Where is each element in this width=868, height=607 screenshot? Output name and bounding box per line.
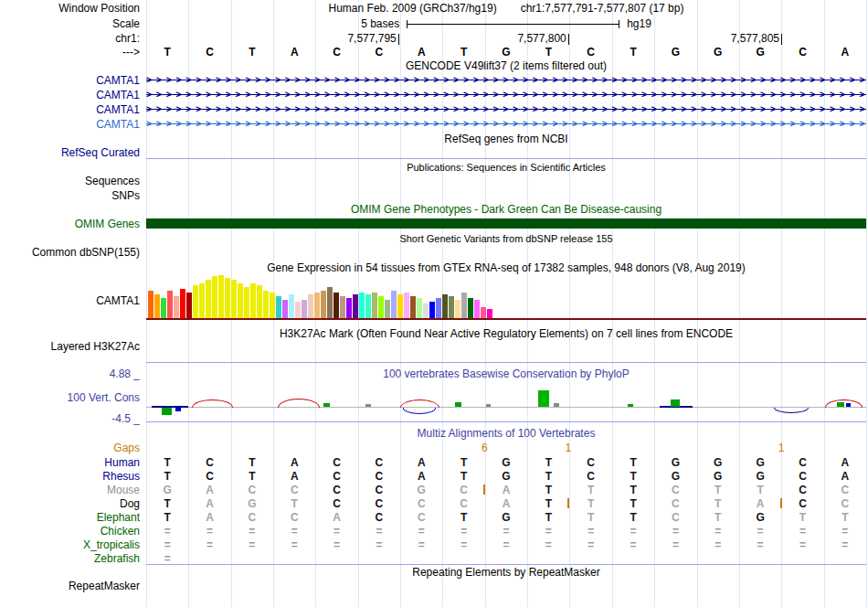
h3k27ac-track-title: H3K27Ac Mark (Often Found Near Active Re…	[146, 327, 866, 340]
gtex-tissue-bar	[308, 294, 313, 318]
transcript-exon-line[interactable]: >>>>>>>>>>>>>>>>>>>>>>>>>>>>>>>>>>>>>>>>…	[146, 103, 866, 115]
aligned-base: =	[315, 538, 357, 551]
gtex-tissue-bar	[455, 300, 460, 318]
aligned-base: =	[231, 525, 273, 538]
phylop-mark	[486, 404, 492, 407]
gtex-gene-label[interactable]: CAMTA1	[0, 294, 140, 307]
gtex-tissue-bar	[449, 296, 454, 318]
snps-label[interactable]: SNPs	[0, 189, 140, 202]
aligned-base: C	[315, 470, 357, 483]
species-label-chicken[interactable]: Chicken	[0, 525, 140, 538]
gencode-track-title: GENCODE V49lift37 (2 items filtered out)	[146, 60, 866, 72]
sequence-base: A	[273, 46, 315, 59]
gene-label-camta1[interactable]: CAMTA1	[0, 103, 140, 116]
transcript-exon-line[interactable]: >>>>>>>>>>>>>>>>>>>>>>>>>>>>>>>>>>>>>>>>…	[146, 74, 866, 86]
gtex-tissue-bar	[353, 294, 358, 318]
gaps-track[interactable]: 611	[146, 442, 866, 454]
species-row: Chicken=================	[0, 525, 868, 538]
aligned-base: T	[612, 484, 654, 496]
gene-label-camta1[interactable]: CAMTA1	[0, 89, 140, 101]
aligned-base: =	[824, 525, 866, 538]
phylop-max-label: 4.88 _	[0, 367, 140, 380]
gtex-tissue-bar	[481, 307, 486, 318]
alignment-row-zebrafish[interactable]: =	[146, 552, 866, 565]
alignment-row-x_tropicalis[interactable]: =================	[146, 538, 866, 551]
dbsnp-label[interactable]: Common dbSNP(155)	[0, 246, 140, 259]
insertion-gap-bar	[483, 485, 485, 495]
aligned-base: C	[824, 497, 866, 510]
sequences-label[interactable]: Sequences	[0, 175, 140, 187]
species-label-rhesus[interactable]: Rhesus	[0, 470, 140, 483]
omim-genes-label[interactable]: OMIM Genes	[0, 218, 140, 230]
species-label-zebrafish[interactable]: Zebrafish	[0, 552, 140, 565]
gtex-tissue-bar	[218, 275, 224, 318]
aligned-base: T	[527, 511, 569, 524]
species-label-x_tropicalis[interactable]: X_tropicalis	[0, 538, 140, 551]
transcript-exon-line[interactable]: >>>>>>>>>>>>>>>>>>>>>>>>>>>>>>>>>>>>>>>>…	[146, 89, 866, 101]
species-label-elephant[interactable]: Elephant	[0, 511, 140, 524]
species-row: ElephantTACCACCTGTTTCTGTT	[0, 511, 868, 524]
phylop-track-label[interactable]: 100 Vert. Cons	[0, 391, 140, 404]
aligned-base: T	[527, 456, 569, 469]
gtex-tissue-bar	[225, 278, 230, 318]
aligned-base: A	[273, 456, 315, 469]
refseq-curated-label[interactable]: RefSeq Curated	[0, 146, 140, 159]
aligned-base: A	[824, 470, 866, 483]
gaps-label[interactable]: Gaps	[0, 442, 140, 454]
gtex-tissue-bar	[250, 283, 256, 318]
omim-gene-bar[interactable]	[146, 218, 866, 229]
gene-label-camta1[interactable]: CAMTA1	[0, 74, 140, 87]
species-row: MouseGACCCCGCATTTCTTCC	[0, 484, 868, 496]
gtex-tissue-bar	[212, 276, 217, 318]
alignment-row-elephant[interactable]: TACCACCTGTTTCTGTT	[146, 511, 866, 524]
coordinate-tick	[568, 34, 569, 45]
aligned-base: A	[315, 511, 357, 524]
species-label-human[interactable]: Human	[0, 456, 140, 469]
gtex-tissue-bar	[436, 298, 441, 318]
aligned-base: =	[400, 525, 442, 538]
repeatmasker-label[interactable]: RepeatMasker	[0, 580, 140, 592]
gtex-expression-track[interactable]	[146, 274, 866, 318]
phylop-conservation-track[interactable]	[146, 361, 866, 421]
gtex-track-title: Gene Expression in 54 tissues from GTEx …	[146, 261, 866, 274]
transcript-exon-line[interactable]: >>>>>>>>>>>>>>>>>>>>>>>>>>>>>>>>>>>>>>>>…	[146, 118, 866, 130]
gene-label-camta1[interactable]: CAMTA1	[0, 118, 140, 131]
aligned-base	[358, 552, 400, 565]
species-label-mouse[interactable]: Mouse	[0, 484, 140, 496]
reference-sequence-track[interactable]: TCTACCATGTCTGGGCA	[146, 46, 866, 59]
sequence-base: A	[400, 46, 442, 59]
phylop-mark	[192, 399, 233, 408]
sequence-base: T	[527, 46, 569, 59]
assembly-name: Human Feb. 2009 (GRCh37/hg19)	[329, 2, 497, 15]
alignment-row-human[interactable]: TCTACCATGTCTGGGCA	[146, 456, 866, 469]
gtex-tissue-bar	[429, 302, 435, 318]
aligned-base: A	[400, 456, 442, 469]
species-label-dog[interactable]: Dog	[0, 497, 140, 510]
h3k27ac-label[interactable]: Layered H3K27Ac	[0, 340, 140, 353]
alignment-row-chicken[interactable]: =================	[146, 525, 866, 538]
aligned-base: A	[273, 470, 315, 483]
coordinate-ruler[interactable]: 7,577,7957,577,8007,577,805	[146, 32, 866, 46]
aligned-base: C	[358, 497, 400, 510]
aligned-base	[654, 552, 696, 565]
species-row: DogTAGTCCCCATTTCTACC	[0, 497, 868, 510]
alignment-row-mouse[interactable]: GACCCCGCATTTCTTCC	[146, 484, 866, 496]
gtex-tissue-bar	[391, 291, 397, 318]
gtex-tissue-bar	[180, 289, 185, 318]
phylop-mark	[403, 408, 437, 414]
species-row: RhesusTCTACCATGTCTGGGCA	[0, 470, 868, 483]
aligned-base: G	[697, 470, 739, 483]
gtex-tissue-bar	[468, 298, 473, 318]
aligned-base: =	[781, 538, 823, 551]
aligned-base: T	[146, 497, 188, 510]
gtex-tissue-bar	[404, 293, 409, 318]
alignment-row-rhesus[interactable]: TCTACCATGTCTGGGCA	[146, 470, 866, 483]
gtex-tissue-bar	[359, 293, 365, 318]
aligned-base: C	[781, 456, 823, 469]
aligned-base: =	[612, 538, 654, 551]
aligned-base: T	[527, 470, 569, 483]
phylop-mark	[538, 390, 549, 407]
gtex-tissue-bar	[302, 300, 307, 318]
species-row: HumanTCTACCATGTCTGGGCA	[0, 456, 868, 469]
alignment-row-dog[interactable]: TAGTCCCCATTTCTACC	[146, 497, 866, 510]
